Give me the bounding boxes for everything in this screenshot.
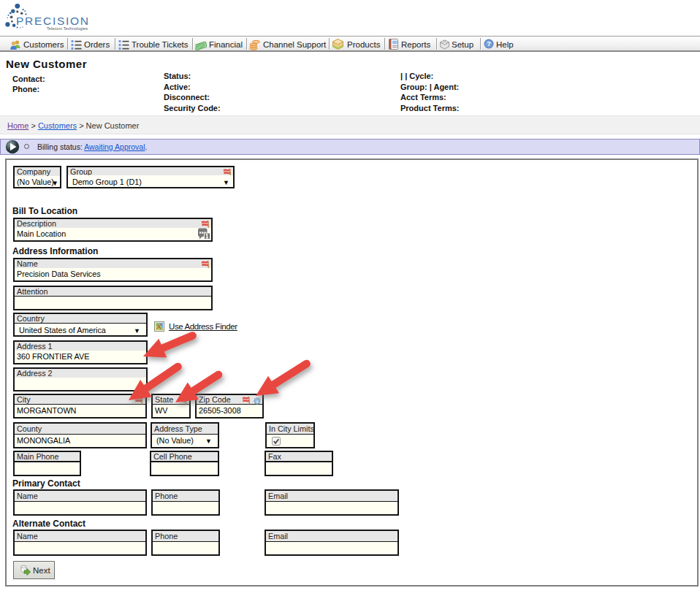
svg-text:PRECISION: PRECISION [16,15,88,27]
svg-text:Telecom Technologies: Telecom Technologies [47,26,88,31]
svg-text:i: i [256,399,258,404]
svg-text:?: ? [487,40,491,47]
